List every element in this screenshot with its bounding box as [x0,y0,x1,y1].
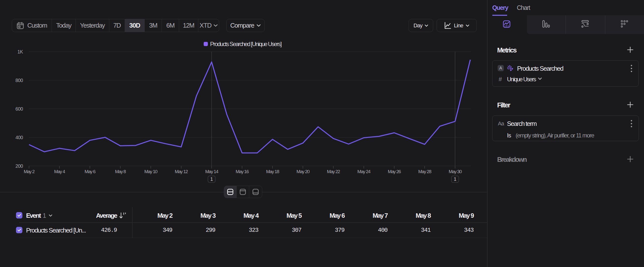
svg-text:May 16: May 16 [236,169,249,174]
svg-text:May 8: May 8 [115,169,126,174]
svg-text:May 22: May 22 [327,169,340,174]
svg-text:May 20: May 20 [296,169,310,174]
svg-text:800: 800 [16,78,23,83]
svg-text:May 10: May 10 [144,169,158,174]
svg-text:1: 1 [454,176,456,182]
svg-text:400: 400 [16,135,23,140]
svg-text:May 30: May 30 [449,169,462,174]
svg-text:May 14: May 14 [205,169,218,174]
svg-text:May 2: May 2 [24,169,34,174]
svg-text:200: 200 [16,163,23,169]
svg-text:May 18: May 18 [266,169,279,174]
svg-text:May 12: May 12 [175,169,188,174]
svg-text:May 26: May 26 [388,169,401,174]
svg-text:1: 1 [210,176,213,182]
svg-text:1K: 1K [18,49,23,55]
svg-text:May 6: May 6 [84,169,96,174]
svg-text:600: 600 [16,106,23,112]
svg-text:May 28: May 28 [418,169,431,174]
svg-text:May 24: May 24 [358,169,371,174]
svg-text:May 4: May 4 [54,169,65,174]
